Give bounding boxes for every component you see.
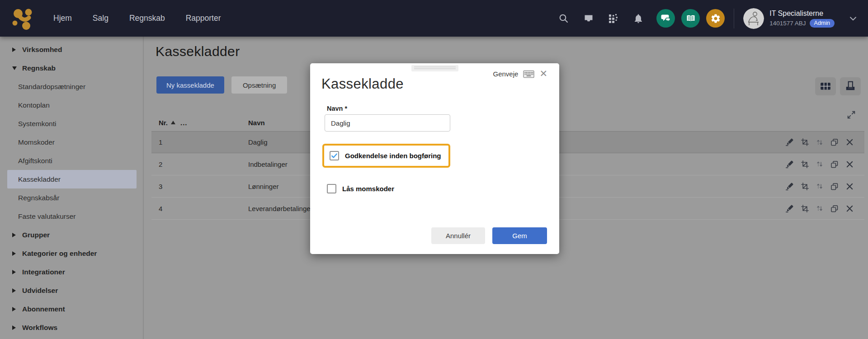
chat-support-button[interactable] [656,9,675,28]
copy-icon[interactable] [830,137,839,147]
sidebar-item-faste-valutakurser[interactable]: Faste valutakurser [0,207,143,226]
cancel-button[interactable]: Annullér [431,227,485,244]
table-header-nr[interactable]: Nr. ... [159,119,248,127]
row-actions [785,137,864,147]
reorder-icon[interactable] [816,204,824,212]
sidebar-item-grupper[interactable]: Grupper [0,226,143,244]
sidebar: Virksomhed Regnskab Standardopsætninger … [0,37,144,339]
row-actions [785,204,864,213]
design-layout-icon[interactable] [800,182,810,191]
keyboard-icon[interactable] [523,70,534,78]
app-logo[interactable] [12,7,33,30]
sidebar-item-label: Kassekladder [18,175,61,184]
sidebar-item-label: Integrationer [22,268,65,276]
chevron-down-icon[interactable] [848,14,858,24]
kassekladde-modal: Genveje ✕ Kassekladde Navn * Godkendelse… [310,63,559,254]
design-layout-icon[interactable] [800,137,810,147]
settings-button[interactable] [706,9,725,28]
approval-checkbox-label: Godkendelse inden bogføring [345,152,441,160]
reorder-icon[interactable] [816,160,824,168]
delete-x-icon[interactable] [845,160,854,169]
sidebar-item-integrationer[interactable]: Integrationer [0,263,143,281]
copy-icon[interactable] [830,182,839,191]
copy-icon[interactable] [830,160,839,169]
sidebar-item-udvidelser[interactable]: Udvidelser [0,281,143,300]
caret-right-icon [12,233,16,237]
sidebar-item-label: Standardopsætninger [18,83,85,91]
sidebar-item-regnskabsaar[interactable]: Regnskabsår [0,188,143,207]
lock-vat-checkbox-label: Lås momskoder [342,185,394,193]
design-layout-icon[interactable] [800,160,810,169]
sidebar-item-label: Systemkonti [18,120,56,128]
modal-drag-handle[interactable] [411,65,458,71]
edit-pencil-icon[interactable] [785,160,794,169]
page-title: Kassekladder [156,44,240,59]
sort-asc-icon [171,121,175,124]
save-button[interactable]: Gem [492,227,547,244]
sidebar-item-kontoplan[interactable]: Kontoplan [0,96,143,114]
modal-footer: Annullér Gem [431,227,547,244]
sidebar-item-label: Afgiftskonti [18,157,52,165]
table-view-button[interactable] [815,77,836,95]
sidebar-item-label: Faste valutakurser [18,212,76,221]
caret-right-icon [12,47,16,52]
new-kassekladde-button[interactable]: Ny kassekladde [156,76,224,94]
nav-item-hjem[interactable]: Hjem [53,14,72,23]
help-guide-button[interactable] [681,9,700,28]
shortcuts-area: Genveje ✕ [493,69,547,79]
edit-pencil-icon[interactable] [785,182,794,191]
sidebar-item-workflows[interactable]: Workflows [0,318,143,337]
admin-badge: Admin [810,19,835,28]
account-number: 1401577 ABJ [769,20,806,27]
sidebar-item-label: Workflows [22,324,57,332]
setup-button[interactable]: Opsætning [231,76,287,94]
notifications-bell-icon[interactable] [633,13,644,24]
caret-right-icon [12,251,16,256]
delete-x-icon[interactable] [845,204,854,213]
sidebar-item-virksomhed[interactable]: Virksomhed [0,40,143,59]
company-name: IT Specialisterne [769,9,835,18]
user-info: IT Specialisterne 1401577 ABJ Admin [769,9,835,28]
table-grid-icon [820,80,831,92]
design-layout-icon[interactable] [800,204,810,213]
sidebar-item-standardopsaetninger[interactable]: Standardopsætninger [0,77,143,96]
row-actions [785,160,864,169]
sidebar-item-label: Abonnement [22,305,65,313]
topbar-divider [734,9,734,28]
edit-pencil-icon[interactable] [785,137,794,147]
sidebar-item-afgiftskonti[interactable]: Afgiftskonti [0,151,143,170]
nav-item-rapporter[interactable]: Rapporter [186,14,221,23]
sidebar-item-kassekladder[interactable]: Kassekladder [7,170,137,188]
apps-grid-icon[interactable] [608,13,619,24]
caret-right-icon [12,270,16,274]
inbox-icon[interactable] [583,13,594,24]
gear-icon [710,13,721,24]
name-label: Navn * [327,105,347,112]
user-menu[interactable]: IT Specialisterne 1401577 ABJ Admin [743,8,835,29]
sidebar-item-kategorier-og-enheder[interactable]: Kategorier og enheder [0,244,143,263]
cell-nr: 1 [159,138,248,146]
shortcuts-link[interactable]: Genveje [493,70,519,78]
delete-x-icon[interactable] [845,137,854,147]
close-icon[interactable]: ✕ [539,69,547,79]
name-input[interactable] [325,114,450,132]
nav-item-salg[interactable]: Salg [93,14,108,23]
copy-icon[interactable] [830,204,839,213]
sidebar-item-regnskab[interactable]: Regnskab [0,59,143,77]
header-nr-label: Nr. [159,119,168,127]
sidebar-item-systemkonti[interactable]: Systemkonti [0,114,143,133]
approval-checkbox[interactable] [330,151,339,160]
delete-x-icon[interactable] [845,182,854,191]
reorder-icon[interactable] [816,138,824,146]
reorder-icon[interactable] [816,182,824,190]
lock-vat-checkbox[interactable] [327,184,336,193]
edit-pencil-icon[interactable] [785,204,794,213]
sidebar-item-abonnement[interactable]: Abonnement [0,300,143,318]
check-icon [330,152,338,160]
caret-right-icon [12,325,16,330]
search-icon[interactable] [558,13,569,24]
print-button[interactable] [840,77,861,95]
header-more[interactable]: ... [180,119,188,127]
nav-item-regnskab[interactable]: Regnskab [129,14,165,23]
sidebar-item-momskoder[interactable]: Momskoder [0,133,143,151]
